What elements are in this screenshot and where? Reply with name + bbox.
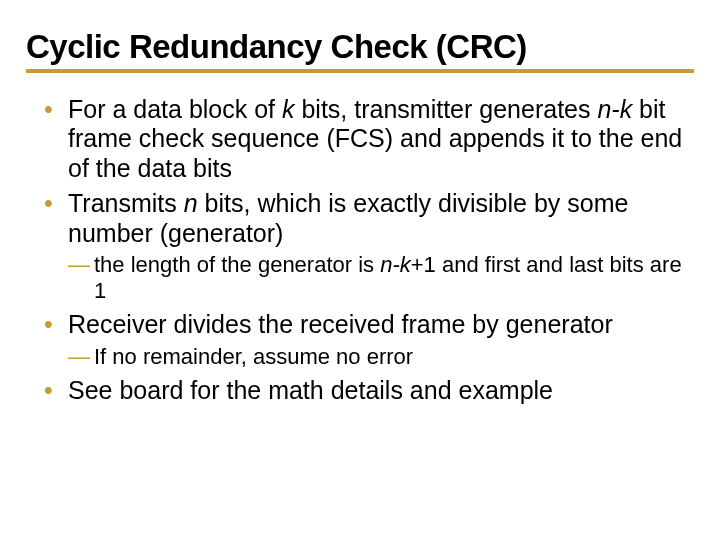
italic-k: k [282,95,295,123]
bullet-item: For a data block of k bits, transmitter … [26,95,694,184]
text: For a data block of [68,95,282,123]
text: See board for the math details and examp… [68,376,553,404]
sub-list: the length of the generator is n-k+1 and… [68,252,694,304]
bullet-item: Receiver divides the received frame by g… [26,310,694,369]
text: Transmits [68,189,184,217]
italic-nk: n-k [380,252,411,277]
sub-item: the length of the generator is n-k+1 and… [68,252,694,304]
slide-title: Cyclic Redundancy Check (CRC) [26,30,694,73]
sub-item: If no remainder, assume no error [68,344,694,370]
text: bits, transmitter generates [295,95,598,123]
sub-list: If no remainder, assume no error [68,344,694,370]
text: Receiver divides the received frame by g… [68,310,613,338]
italic-nk: n-k [597,95,632,123]
text: If no remainder, assume no error [94,344,413,369]
bullet-item: See board for the math details and examp… [26,376,694,406]
bullet-item: Transmits n bits, which is exactly divis… [26,189,694,304]
bullet-list: For a data block of k bits, transmitter … [26,95,694,405]
italic-n: n [184,189,198,217]
text: the length of the generator is [94,252,380,277]
